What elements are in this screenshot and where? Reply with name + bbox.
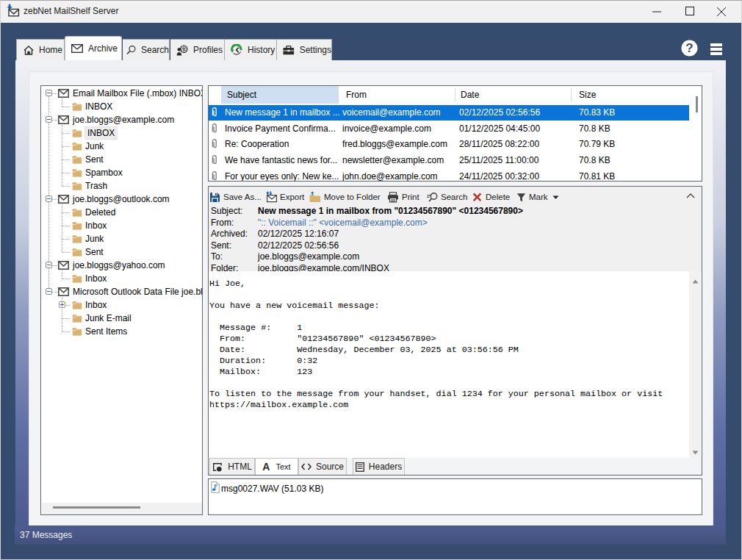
svg-text:?: ? <box>685 41 693 55</box>
